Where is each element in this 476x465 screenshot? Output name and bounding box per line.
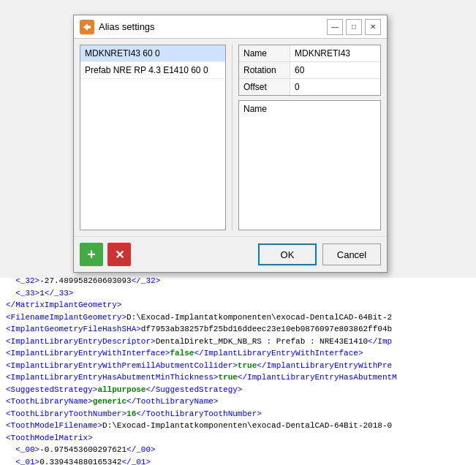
arrow-icon: [82, 22, 92, 32]
xml-line: <_01>0.339434880165342</_01>: [6, 456, 470, 466]
prop-label-name: Name: [239, 45, 290, 61]
prop-label-rotation: Rotation: [239, 62, 290, 78]
property-row-offset: Offset 0: [239, 79, 380, 95]
xml-line: <ImplantLibraryEntryWithInterface>false<…: [6, 347, 470, 360]
properties-table: Name MDKNRETI43 Rotation 60 Offset 0: [238, 45, 381, 96]
list-item[interactable]: MDKNRETI43 60 0: [80, 45, 225, 62]
xml-line: <ToothModelMatrix>: [6, 432, 470, 445]
dialog-icon: [80, 20, 94, 34]
x-icon: ✕: [115, 248, 124, 262]
list-item-label: Prefab NRE RP 4.3 E1410 60 0: [85, 65, 208, 75]
title-bar-left: Alias settings: [80, 20, 155, 34]
xml-line: <ToothModelFilename>D:\Exocad-Implantatk…: [6, 420, 470, 432]
add-button[interactable]: +: [80, 243, 103, 266]
dialog-footer: + ✕ OK Cancel: [74, 236, 387, 272]
right-panel: Name MDKNRETI43 Rotation 60 Offset 0 Nam…: [238, 45, 381, 230]
ok-button[interactable]: OK: [258, 243, 317, 265]
footer-right-buttons: OK Cancel: [258, 243, 381, 265]
maximize-button[interactable]: □: [346, 19, 362, 35]
plus-icon: +: [87, 246, 96, 263]
title-bar: Alias settings — □ ✕: [74, 15, 387, 39]
alias-settings-dialog: Alias settings — □ ✕ MDKNRETI43 60 0 Pre…: [73, 15, 388, 273]
alias-list[interactable]: MDKNRETI43 60 0 Prefab NRE RP 4.3 E1410 …: [80, 45, 226, 230]
xml-line: <ToothLibraryName>generic</ToothLibraryN…: [6, 396, 470, 408]
footer-left-buttons: + ✕: [80, 243, 131, 266]
name-panel: Name: [238, 100, 381, 230]
xml-line: <ImplantLibraryEntryDescriptor>DentalDir…: [6, 336, 470, 348]
remove-button[interactable]: ✕: [107, 243, 131, 266]
xml-content-area: <_32>-27.489958260603093</_32> <_33>1</_…: [0, 271, 476, 465]
xml-line: </MatrixImplantGeometry>: [6, 299, 470, 311]
prop-label-offset: Offset: [239, 79, 290, 95]
dialog-title: Alias settings: [99, 21, 155, 32]
xml-line: <ImplantLibraryEntryHasAbutmentMinThickn…: [6, 371, 470, 384]
dialog-content: MDKNRETI43 60 0 Prefab NRE RP 4.3 E1410 …: [74, 39, 387, 236]
prop-value-name: MDKNRETI43: [290, 45, 380, 61]
xml-line: <FilenameImplantGeometry>D:\Exocad-Impla…: [6, 311, 470, 324]
xml-line: <_33>1</_33>: [6, 287, 470, 300]
svg-marker-0: [83, 23, 91, 31]
xml-line: <ImplantLibraryEntryWithPremillAbutmentC…: [6, 360, 470, 372]
name-panel-header: Name: [243, 104, 376, 114]
prop-value-offset: 0: [290, 79, 380, 95]
property-row-name: Name MDKNRETI43: [239, 45, 380, 62]
prop-value-rotation: 60: [290, 62, 380, 78]
title-controls: — □ ✕: [327, 19, 381, 35]
xml-line: <ToothLibraryToothNumber>16</ToothLibrar…: [6, 408, 470, 420]
vertical-divider: [232, 45, 233, 230]
property-row-rotation: Rotation 60: [239, 62, 380, 79]
xml-line: <ImplantGeometryFileHashSHA>df7953ab3825…: [6, 323, 470, 336]
list-item-label: MDKNRETI43 60 0: [85, 48, 160, 58]
minimize-button[interactable]: —: [327, 19, 343, 35]
cancel-button[interactable]: Cancel: [322, 243, 381, 265]
xml-line: <SuggestedStrategy>allpurpose</Suggested…: [6, 384, 470, 396]
close-button[interactable]: ✕: [365, 19, 381, 35]
xml-line: <_00>-0.975453600297621</_00>: [6, 444, 470, 456]
list-item[interactable]: Prefab NRE RP 4.3 E1410 60 0: [80, 62, 225, 79]
